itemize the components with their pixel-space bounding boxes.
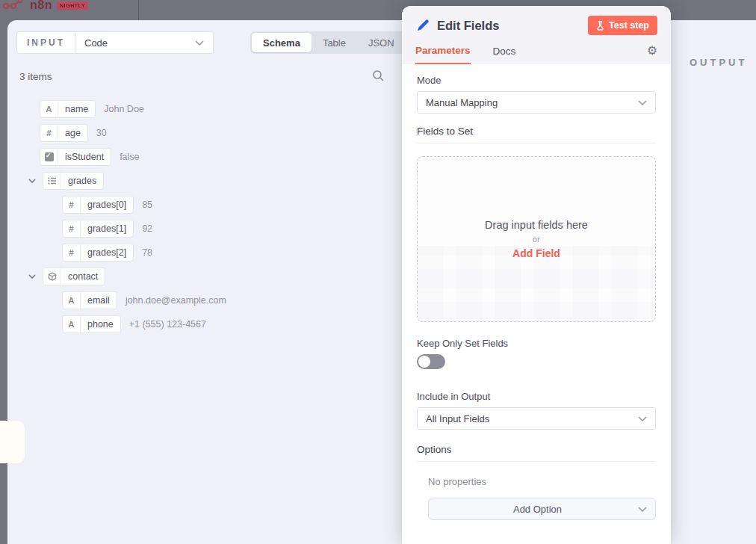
node-panel-tabs: Parameters Docs ⚙: [415, 44, 657, 64]
logo-text: n8n: [30, 0, 52, 12]
input-panel-label: INPUT: [17, 32, 75, 53]
schema-row-grades0[interactable]: #grades[0] 85: [7, 193, 396, 217]
include-in-output-value: All Input Fields: [426, 413, 489, 424]
chevron-down-icon: [638, 416, 647, 421]
input-view-tabs: Schema Table JSON: [250, 31, 407, 54]
schema-tree: Aname John Doe #age 30 isStudent false: [7, 97, 396, 336]
node-panel-header: Edit Fields Test step Parameters Docs ⚙: [402, 6, 671, 64]
tab-table[interactable]: Table: [312, 33, 357, 52]
tab-docs[interactable]: Docs: [493, 46, 516, 64]
edit-fields-panel: Edit Fields Test step Parameters Docs ⚙ …: [402, 6, 671, 544]
schema-row-contact[interactable]: contact: [7, 265, 396, 288]
schema-value: 78: [142, 247, 152, 258]
mode-label: Mode: [417, 75, 656, 86]
settings-gear-icon[interactable]: ⚙: [647, 44, 657, 64]
output-panel-label: OUTPUT: [690, 57, 747, 68]
chevron-down-icon: [638, 100, 647, 105]
chevron-down-icon[interactable]: [26, 274, 38, 279]
node-title: Edit Fields: [437, 19, 499, 33]
toggle-knob: [418, 356, 430, 368]
fields-drop-zone[interactable]: Drag input fields here or Add Field: [417, 156, 656, 322]
schema-value: false: [120, 152, 139, 162]
chevron-down-icon: [195, 40, 204, 46]
sidebar-collapse-notch[interactable]: [0, 421, 25, 463]
input-source-select[interactable]: INPUT Code: [16, 31, 214, 54]
schema-value: 92: [142, 223, 152, 234]
include-in-output-select[interactable]: All Input Fields: [417, 407, 656, 430]
tab-parameters[interactable]: Parameters: [415, 45, 471, 64]
or-text: or: [533, 235, 540, 244]
number-type-icon: #: [40, 125, 58, 141]
tab-json[interactable]: JSON: [357, 33, 406, 52]
number-type-icon: #: [63, 244, 81, 261]
topbar-divider: [138, 0, 139, 20]
flask-icon: [596, 21, 604, 31]
mode-select[interactable]: Manual Mapping: [417, 91, 656, 114]
options-section: Options No properties Add Option: [417, 444, 656, 520]
add-option-label: Add Option: [437, 504, 638, 515]
tab-schema[interactable]: Schema: [252, 33, 312, 52]
add-option-button[interactable]: Add Option: [428, 498, 656, 520]
no-properties-text: No properties: [428, 476, 656, 487]
drag-hint-text: Drag input fields here: [485, 219, 588, 231]
chevron-down-icon: [638, 507, 647, 512]
schema-row-grades2[interactable]: #grades[2] 78: [7, 241, 396, 265]
schema-row-isstudent[interactable]: isStudent false: [7, 145, 396, 169]
input-source-value: Code: [84, 37, 108, 49]
node-parameters-body: Mode Manual Mapping Fields to Set Drag i…: [402, 64, 671, 544]
boolean-type-icon: [40, 149, 58, 165]
options-label: Options: [417, 444, 656, 462]
number-type-icon: #: [63, 197, 81, 213]
array-type-icon: [43, 173, 61, 189]
fields-to-set-label: Fields to Set: [417, 126, 656, 143]
schema-value: john.doe@example.com: [126, 295, 226, 306]
mode-value: Manual Mapping: [426, 97, 498, 108]
n8n-logo-icon: [3, 0, 25, 12]
test-step-button[interactable]: Test step: [588, 16, 657, 35]
nightly-badge: NIGHTLY: [57, 1, 88, 10]
test-step-label: Test step: [609, 20, 649, 31]
number-type-icon: #: [63, 220, 81, 237]
schema-value: 85: [142, 200, 152, 210]
include-in-output-label: Include in Output: [417, 391, 656, 402]
edit-fields-pencil-icon: [415, 19, 430, 33]
schema-value: +1 (555) 123-4567: [129, 319, 206, 330]
items-count: 3 items: [19, 71, 52, 82]
schema-row-name[interactable]: Aname John Doe: [7, 97, 396, 121]
schema-value: 30: [96, 128, 107, 138]
schema-row-email[interactable]: Aemail john.doe@example.com: [7, 288, 396, 312]
keep-only-label: Keep Only Set Fields: [417, 338, 656, 349]
drop-zone-watermark: [418, 246, 655, 321]
schema-row-age[interactable]: #age 30: [7, 121, 396, 145]
keep-only-toggle[interactable]: [417, 354, 445, 369]
schema-row-phone[interactable]: Aphone +1 (555) 123-4567: [7, 312, 396, 336]
chevron-down-icon[interactable]: [26, 179, 38, 183]
string-type-icon: A: [63, 292, 81, 309]
string-type-icon: A: [40, 101, 58, 117]
schema-row-grades1[interactable]: #grades[1] 92: [7, 217, 396, 241]
string-type-icon: A: [63, 316, 81, 333]
n8n-logo[interactable]: n8n NIGHTLY: [3, 0, 88, 12]
schema-value: John Doe: [104, 104, 144, 114]
object-type-icon: [43, 268, 61, 285]
search-icon[interactable]: [372, 69, 385, 82]
schema-row-grades[interactable]: grades: [7, 169, 396, 193]
